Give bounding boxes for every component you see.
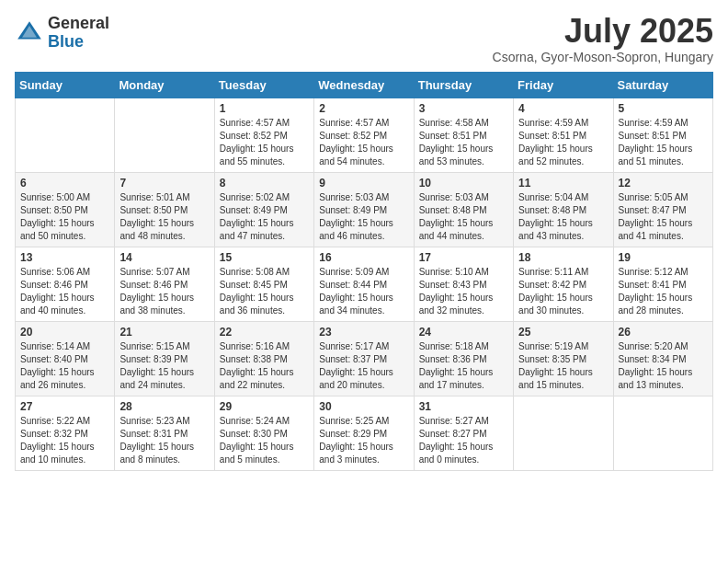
- logo-text: General Blue: [48, 15, 109, 52]
- day-number: 22: [220, 326, 309, 339]
- weekday-header-saturday: Saturday: [613, 73, 712, 98]
- day-number: 3: [419, 102, 508, 115]
- calendar-cell: 9Sunrise: 5:03 AMSunset: 8:49 PMDaylight…: [314, 173, 414, 247]
- calendar-cell: 29Sunrise: 5:24 AMSunset: 8:30 PMDayligh…: [214, 396, 313, 471]
- day-number: 31: [419, 400, 508, 413]
- calendar-week-3: 13Sunrise: 5:06 AMSunset: 8:46 PMDayligh…: [16, 247, 713, 322]
- day-number: 28: [119, 400, 209, 413]
- calendar-cell: 25Sunrise: 5:19 AMSunset: 8:35 PMDayligh…: [514, 322, 613, 396]
- day-number: 14: [119, 251, 209, 264]
- cell-info: Sunrise: 5:07 AMSunset: 8:46 PMDaylight:…: [119, 267, 194, 316]
- calendar-cell: 31Sunrise: 5:27 AMSunset: 8:27 PMDayligh…: [414, 396, 513, 471]
- cell-info: Sunrise: 5:02 AMSunset: 8:49 PMDaylight:…: [220, 192, 294, 241]
- calendar-week-5: 27Sunrise: 5:22 AMSunset: 8:32 PMDayligh…: [16, 396, 713, 471]
- day-number: 25: [518, 326, 608, 339]
- calendar-cell: [613, 396, 712, 471]
- day-number: 5: [619, 102, 708, 115]
- day-number: 19: [619, 251, 708, 264]
- logo-icon: [15, 18, 44, 48]
- cell-info: Sunrise: 5:08 AMSunset: 8:45 PMDaylight:…: [220, 267, 294, 316]
- day-number: 27: [20, 400, 109, 413]
- calendar-week-1: 1Sunrise: 4:57 AMSunset: 8:52 PMDaylight…: [16, 98, 713, 173]
- cell-info: Sunrise: 5:22 AMSunset: 8:32 PMDaylight:…: [20, 416, 95, 465]
- day-number: 16: [319, 251, 408, 264]
- title-block: July 2025 Csorna, Gyor-Moson-Sopron, Hun…: [493, 15, 713, 64]
- cell-info: Sunrise: 5:14 AMSunset: 8:40 PMDaylight:…: [20, 341, 95, 390]
- calendar-cell: 23Sunrise: 5:17 AMSunset: 8:37 PMDayligh…: [314, 322, 414, 396]
- day-number: 2: [319, 102, 408, 115]
- calendar-cell: 24Sunrise: 5:18 AMSunset: 8:36 PMDayligh…: [414, 322, 513, 396]
- cell-info: Sunrise: 4:57 AMSunset: 8:52 PMDaylight:…: [220, 118, 294, 167]
- cell-info: Sunrise: 5:05 AMSunset: 8:47 PMDaylight:…: [619, 192, 693, 241]
- cell-info: Sunrise: 5:23 AMSunset: 8:31 PMDaylight:…: [119, 416, 194, 465]
- calendar-cell: 18Sunrise: 5:11 AMSunset: 8:42 PMDayligh…: [514, 247, 613, 322]
- weekday-header-tuesday: Tuesday: [214, 73, 313, 98]
- month-title: July 2025: [493, 15, 713, 48]
- calendar-cell: 20Sunrise: 5:14 AMSunset: 8:40 PMDayligh…: [16, 322, 115, 396]
- calendar-cell: 5Sunrise: 4:59 AMSunset: 8:51 PMDaylight…: [613, 98, 712, 173]
- calendar-cell: 17Sunrise: 5:10 AMSunset: 8:43 PMDayligh…: [414, 247, 513, 322]
- cell-info: Sunrise: 5:10 AMSunset: 8:43 PMDaylight:…: [419, 267, 494, 316]
- cell-info: Sunrise: 5:18 AMSunset: 8:36 PMDaylight:…: [419, 341, 494, 390]
- day-number: 15: [220, 251, 309, 264]
- cell-info: Sunrise: 4:58 AMSunset: 8:51 PMDaylight:…: [419, 118, 494, 167]
- calendar-cell: 2Sunrise: 4:57 AMSunset: 8:52 PMDaylight…: [314, 98, 414, 173]
- calendar-header-row: SundayMondayTuesdayWednesdayThursdayFrid…: [16, 73, 713, 98]
- calendar-cell: 6Sunrise: 5:00 AMSunset: 8:50 PMDaylight…: [16, 173, 115, 247]
- calendar-cell: 11Sunrise: 5:04 AMSunset: 8:48 PMDayligh…: [514, 173, 613, 247]
- day-number: 30: [319, 400, 408, 413]
- calendar-cell: [115, 98, 214, 173]
- day-number: 23: [319, 326, 408, 339]
- day-number: 9: [319, 177, 408, 190]
- location-subtitle: Csorna, Gyor-Moson-Sopron, Hungary: [493, 50, 713, 64]
- day-number: 7: [119, 177, 209, 190]
- day-number: 17: [419, 251, 508, 264]
- cell-info: Sunrise: 5:00 AMSunset: 8:50 PMDaylight:…: [20, 192, 95, 241]
- calendar-cell: 16Sunrise: 5:09 AMSunset: 8:44 PMDayligh…: [314, 247, 414, 322]
- day-number: 11: [518, 177, 608, 190]
- day-number: 20: [20, 326, 109, 339]
- calendar-cell: [514, 396, 613, 471]
- cell-info: Sunrise: 5:03 AMSunset: 8:49 PMDaylight:…: [319, 192, 393, 241]
- day-number: 13: [20, 251, 109, 264]
- cell-info: Sunrise: 5:24 AMSunset: 8:30 PMDaylight:…: [220, 416, 294, 465]
- calendar-cell: 19Sunrise: 5:12 AMSunset: 8:41 PMDayligh…: [613, 247, 712, 322]
- calendar-cell: 10Sunrise: 5:03 AMSunset: 8:48 PMDayligh…: [414, 173, 513, 247]
- calendar-cell: 13Sunrise: 5:06 AMSunset: 8:46 PMDayligh…: [16, 247, 115, 322]
- day-number: 29: [220, 400, 309, 413]
- cell-info: Sunrise: 5:01 AMSunset: 8:50 PMDaylight:…: [119, 192, 194, 241]
- calendar-cell: 15Sunrise: 5:08 AMSunset: 8:45 PMDayligh…: [214, 247, 313, 322]
- weekday-header-monday: Monday: [115, 73, 214, 98]
- calendar-cell: 21Sunrise: 5:15 AMSunset: 8:39 PMDayligh…: [115, 322, 214, 396]
- calendar-cell: 22Sunrise: 5:16 AMSunset: 8:38 PMDayligh…: [214, 322, 313, 396]
- logo: General Blue: [15, 15, 109, 52]
- day-number: 1: [220, 102, 309, 115]
- cell-info: Sunrise: 5:19 AMSunset: 8:35 PMDaylight:…: [518, 341, 593, 390]
- day-number: 26: [619, 326, 708, 339]
- cell-info: Sunrise: 5:12 AMSunset: 8:41 PMDaylight:…: [619, 267, 693, 316]
- cell-info: Sunrise: 4:57 AMSunset: 8:52 PMDaylight:…: [319, 118, 393, 167]
- cell-info: Sunrise: 5:11 AMSunset: 8:42 PMDaylight:…: [518, 267, 593, 316]
- cell-info: Sunrise: 5:25 AMSunset: 8:29 PMDaylight:…: [319, 416, 393, 465]
- calendar-cell: 26Sunrise: 5:20 AMSunset: 8:34 PMDayligh…: [613, 322, 712, 396]
- cell-info: Sunrise: 5:09 AMSunset: 8:44 PMDaylight:…: [319, 267, 393, 316]
- calendar-cell: 7Sunrise: 5:01 AMSunset: 8:50 PMDaylight…: [115, 173, 214, 247]
- cell-info: Sunrise: 5:03 AMSunset: 8:48 PMDaylight:…: [419, 192, 494, 241]
- calendar-cell: 3Sunrise: 4:58 AMSunset: 8:51 PMDaylight…: [414, 98, 513, 173]
- day-number: 18: [518, 251, 608, 264]
- logo-general-text: General: [48, 15, 109, 33]
- cell-info: Sunrise: 5:27 AMSunset: 8:27 PMDaylight:…: [419, 416, 494, 465]
- calendar-cell: 4Sunrise: 4:59 AMSunset: 8:51 PMDaylight…: [514, 98, 613, 173]
- cell-info: Sunrise: 5:17 AMSunset: 8:37 PMDaylight:…: [319, 341, 393, 390]
- calendar-cell: 30Sunrise: 5:25 AMSunset: 8:29 PMDayligh…: [314, 396, 414, 471]
- weekday-header-wednesday: Wednesday: [314, 73, 414, 98]
- weekday-header-thursday: Thursday: [414, 73, 513, 98]
- cell-info: Sunrise: 5:15 AMSunset: 8:39 PMDaylight:…: [119, 341, 194, 390]
- day-number: 8: [220, 177, 309, 190]
- logo-blue-text: Blue: [48, 33, 109, 52]
- calendar-cell: 12Sunrise: 5:05 AMSunset: 8:47 PMDayligh…: [613, 173, 712, 247]
- calendar-week-4: 20Sunrise: 5:14 AMSunset: 8:40 PMDayligh…: [16, 322, 713, 396]
- calendar-cell: 14Sunrise: 5:07 AMSunset: 8:46 PMDayligh…: [115, 247, 214, 322]
- day-number: 6: [20, 177, 109, 190]
- cell-info: Sunrise: 4:59 AMSunset: 8:51 PMDaylight:…: [619, 118, 693, 167]
